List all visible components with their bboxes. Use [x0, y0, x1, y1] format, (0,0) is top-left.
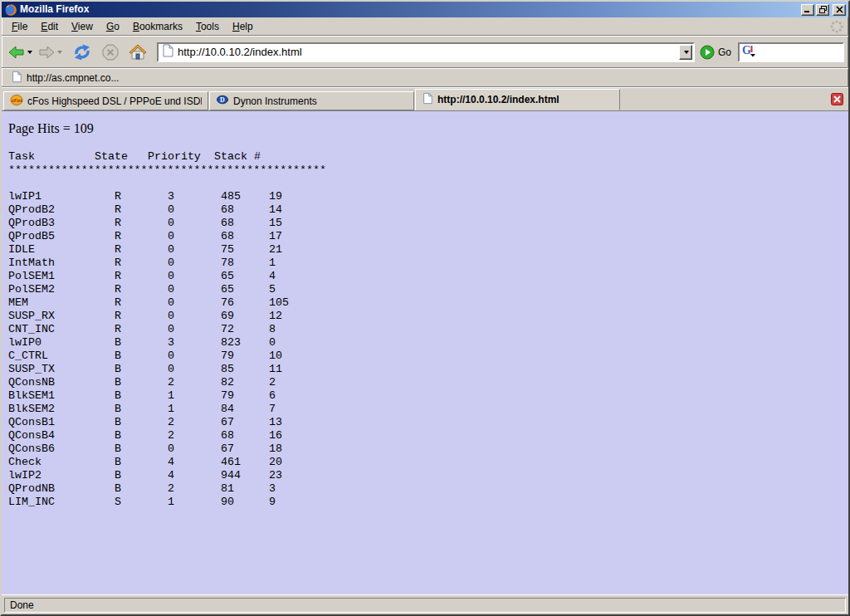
cfos-icon: cFos [10, 94, 23, 109]
cell-stack: 68 [221, 217, 234, 230]
menu-view[interactable]: View [65, 18, 100, 35]
cell-priority: 0 [168, 350, 174, 363]
forward-dropdown-icon[interactable] [57, 51, 62, 54]
task-row: CNT_INCR0728 [8, 323, 842, 336]
cell-state: B [115, 403, 121, 416]
bookmark-label[interactable]: http://as.cmpnet.co... [27, 72, 119, 84]
page-hits-text: Page Hits = 109 [8, 121, 842, 137]
url-bar[interactable]: http://10.0.10.2/index.html [157, 42, 695, 62]
cell-state: B [115, 482, 121, 496]
cell-priority: 1 [168, 403, 174, 416]
task-row: QProdB2R06814 [8, 203, 842, 217]
header-state: State [95, 150, 128, 164]
cell-num: 10 [269, 350, 282, 363]
cell-num: 15 [269, 217, 282, 230]
cell-task: SUSP_RX [8, 310, 55, 323]
task-row: QConsB1B26713 [8, 416, 842, 429]
cell-task: IDLE [8, 243, 35, 257]
cell-task: QConsB1 [8, 416, 55, 429]
cell-task: lwIP1 [8, 190, 42, 203]
cell-state: B [115, 416, 121, 429]
cell-state: R [115, 310, 121, 323]
cell-priority: 0 [168, 323, 174, 336]
cell-state: R [115, 190, 121, 203]
forward-button[interactable] [36, 43, 64, 61]
menu-bookmarks[interactable]: Bookmarks [126, 18, 189, 35]
tab-3[interactable]: http://10.0.10.2/index.html [415, 89, 620, 110]
cell-stack: 90 [221, 496, 234, 509]
cell-task: BlkSEM2 [8, 403, 55, 416]
task-row: lwIP0B38230 [8, 336, 842, 350]
cell-state: R [115, 323, 121, 336]
menu-file[interactable]: File [5, 18, 34, 35]
stop-button[interactable] [100, 42, 120, 62]
cell-task: PolSEM2 [8, 283, 55, 296]
cell-num: 4 [269, 270, 276, 283]
page-content: Page Hits = 109 TaskStatePriorityStack# … [2, 110, 848, 594]
bookmark-item[interactable]: http://as.cmpnet.co... [8, 70, 121, 86]
cell-task: LIM_INC [8, 496, 55, 509]
tab-bar: cFoscFos Highspeed DSL / PPPoE und ISDN … [2, 87, 848, 110]
cell-num: 1 [269, 257, 276, 270]
close-tab-button[interactable] [831, 93, 843, 105]
url-text[interactable]: http://10.0.10.2/index.html [178, 46, 679, 58]
cell-stack: 485 [221, 190, 241, 203]
cell-priority: 2 [168, 429, 174, 442]
back-button[interactable] [6, 43, 34, 61]
window-title: Mozilla Firefox [20, 2, 799, 17]
menu-edit[interactable]: Edit [34, 18, 65, 35]
cell-stack: 81 [221, 482, 234, 496]
cell-priority: 3 [168, 190, 174, 203]
cell-num: 11 [269, 363, 282, 376]
cell-state: B [115, 456, 121, 469]
tab-label: cFos Highspeed DSL / PPPoE und ISDN CAP.… [27, 95, 202, 107]
cell-priority: 0 [168, 363, 174, 376]
reload-button[interactable] [71, 42, 94, 62]
cell-stack: 76 [221, 296, 234, 310]
cell-task: C_CTRL [8, 350, 48, 363]
cell-task: QConsB6 [8, 442, 55, 456]
status-text: Done [10, 599, 34, 611]
cell-state: S [115, 496, 121, 509]
cell-stack: 68 [221, 429, 234, 442]
tab-1[interactable]: cFoscFos Highspeed DSL / PPPoE und ISDN … [3, 91, 208, 110]
search-input[interactable]: G [738, 42, 844, 62]
go-button[interactable]: Go [700, 45, 731, 60]
cell-num: 9 [269, 496, 276, 509]
status-panel: Done [4, 598, 846, 613]
cell-priority: 0 [168, 203, 174, 217]
close-tab-icon [831, 93, 843, 105]
close-button[interactable] [833, 4, 846, 16]
google-search-icon[interactable]: G [741, 43, 756, 61]
throbber-icon [830, 19, 845, 34]
cell-task: QProdB5 [8, 230, 55, 243]
restore-button[interactable] [816, 4, 829, 16]
minimize-button[interactable] [801, 4, 814, 16]
task-row: QConsNBB2822 [8, 376, 842, 389]
cell-priority: 3 [168, 336, 174, 350]
cell-stack: 461 [221, 456, 241, 469]
cell-state: R [115, 230, 121, 243]
tab-2[interactable]: DDynon Instruments [209, 91, 414, 110]
browser-window: Mozilla Firefox FileEditViewGoBookmarksT… [0, 0, 850, 616]
task-row: lwIP2B494423 [8, 469, 842, 482]
menu-help[interactable]: Help [226, 18, 260, 35]
menu-tools[interactable]: Tools [189, 18, 226, 35]
cell-stack: 72 [221, 323, 234, 336]
cell-num: 105 [269, 296, 289, 310]
cell-stack: 69 [221, 310, 234, 323]
back-dropdown-icon[interactable] [27, 51, 32, 54]
url-history-dropdown[interactable] [679, 45, 692, 60]
menu-go[interactable]: Go [100, 18, 126, 35]
go-label: Go [718, 46, 731, 58]
cell-priority: 1 [168, 389, 174, 403]
cell-state: R [115, 217, 121, 230]
cell-stack: 85 [221, 363, 234, 376]
cell-state: B [115, 389, 121, 403]
home-button[interactable] [127, 42, 149, 61]
firefox-icon [4, 3, 17, 17]
cell-state: B [115, 336, 121, 350]
cell-priority: 0 [168, 442, 174, 456]
cell-task: lwIP2 [8, 469, 42, 482]
cell-task: CNT_INC [8, 323, 55, 336]
